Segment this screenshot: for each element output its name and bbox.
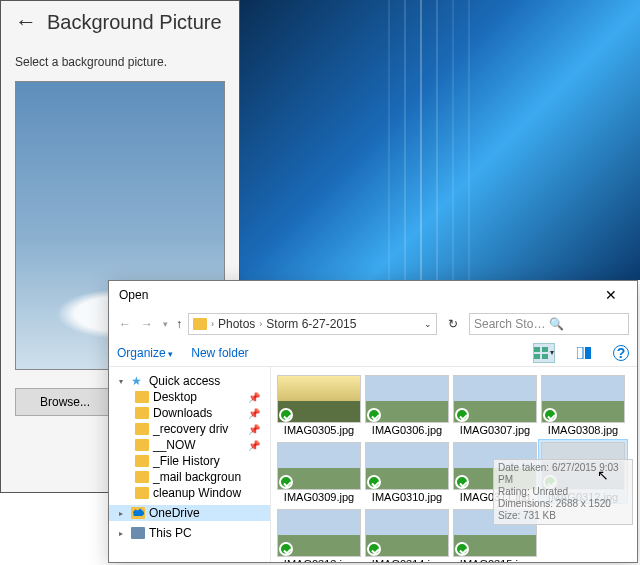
- file-item[interactable]: IMAG0307.jpg: [451, 373, 539, 436]
- sync-check-icon: [543, 408, 557, 422]
- close-icon[interactable]: ✕: [591, 287, 631, 303]
- svg-rect-1: [542, 347, 548, 352]
- svg-rect-2: [534, 354, 540, 359]
- panel-subtitle: Select a background picture.: [1, 37, 239, 77]
- tree-this-pc[interactable]: ▸This PC: [109, 525, 270, 541]
- sync-check-icon: [455, 542, 469, 556]
- tree-item[interactable]: cleanup Window: [109, 485, 270, 501]
- file-tooltip: Date taken: 6/27/2015 9:03 PMRating: Unr…: [493, 459, 633, 525]
- file-item[interactable]: IMAG0305.jpg: [275, 373, 363, 436]
- tree-item[interactable]: _File History: [109, 453, 270, 469]
- file-item[interactable]: IMAG0310.jpg: [363, 440, 451, 503]
- sync-check-icon: [279, 475, 293, 489]
- breadcrumb-segment[interactable]: Photos: [218, 317, 255, 331]
- search-placeholder: Search Storm 6-27-2015: [474, 317, 549, 331]
- view-thumbnails-icon[interactable]: ▾: [533, 343, 555, 363]
- address-dropdown-icon[interactable]: ⌄: [424, 319, 432, 329]
- back-arrow-icon[interactable]: ←: [15, 9, 37, 35]
- open-file-dialog: Open ✕ ← → ▾ ↑ › Photos › Storm 6-27-201…: [108, 280, 638, 563]
- sync-check-icon: [279, 542, 293, 556]
- help-icon[interactable]: ?: [613, 345, 629, 361]
- address-bar[interactable]: › Photos › Storm 6-27-2015 ⌄: [188, 313, 437, 335]
- file-item[interactable]: IMAG0314.jpg: [363, 507, 451, 562]
- nav-forward-icon[interactable]: →: [139, 317, 155, 331]
- refresh-icon[interactable]: ↻: [443, 317, 463, 331]
- sync-check-icon: [367, 408, 381, 422]
- desktop-wallpaper: [240, 0, 640, 280]
- sync-check-icon: [367, 475, 381, 489]
- chevron-icon: ›: [211, 319, 214, 329]
- search-input[interactable]: Search Storm 6-27-2015 🔍: [469, 313, 629, 335]
- sync-check-icon: [279, 408, 293, 422]
- tree-quick-access[interactable]: ▾★Quick access: [109, 373, 270, 389]
- tree-item[interactable]: __NOW📌: [109, 437, 270, 453]
- file-item[interactable]: IMAG0309.jpg: [275, 440, 363, 503]
- tree-item[interactable]: Desktop📌: [109, 389, 270, 405]
- folder-icon: [193, 318, 207, 330]
- nav-history-icon[interactable]: ▾: [161, 319, 170, 329]
- navigation-tree: ▾★Quick access Desktop📌Downloads📌_recove…: [109, 367, 271, 562]
- svg-rect-0: [534, 347, 540, 352]
- breadcrumb-segment[interactable]: Storm 6-27-2015: [266, 317, 356, 331]
- tree-onedrive[interactable]: ▸OneDrive: [109, 505, 270, 521]
- view-preview-icon[interactable]: [573, 343, 595, 363]
- tree-item[interactable]: Downloads📌: [109, 405, 270, 421]
- svg-rect-5: [585, 347, 591, 359]
- file-list: IMAG0305.jpgIMAG0306.jpgIMAG0307.jpgIMAG…: [271, 367, 637, 562]
- new-folder-button[interactable]: New folder: [191, 346, 248, 360]
- sync-check-icon: [367, 542, 381, 556]
- tree-item[interactable]: _mail backgroun: [109, 469, 270, 485]
- sync-check-icon: [455, 475, 469, 489]
- panel-title: Background Picture: [47, 11, 222, 34]
- nav-back-icon[interactable]: ←: [117, 317, 133, 331]
- file-item[interactable]: IMAG0308.jpg: [539, 373, 627, 436]
- svg-rect-3: [542, 354, 548, 359]
- tree-item[interactable]: _recovery driv📌: [109, 421, 270, 437]
- sync-check-icon: [455, 408, 469, 422]
- browse-button[interactable]: Browse...: [15, 388, 115, 416]
- dialog-title: Open: [119, 288, 591, 302]
- file-item[interactable]: IMAG0313.jpg: [275, 507, 363, 562]
- chevron-icon: ›: [259, 319, 262, 329]
- organize-button[interactable]: Organize: [117, 346, 173, 360]
- svg-rect-4: [577, 347, 583, 359]
- nav-up-icon[interactable]: ↑: [176, 317, 182, 331]
- file-item[interactable]: IMAG0306.jpg: [363, 373, 451, 436]
- search-icon: 🔍: [549, 317, 624, 331]
